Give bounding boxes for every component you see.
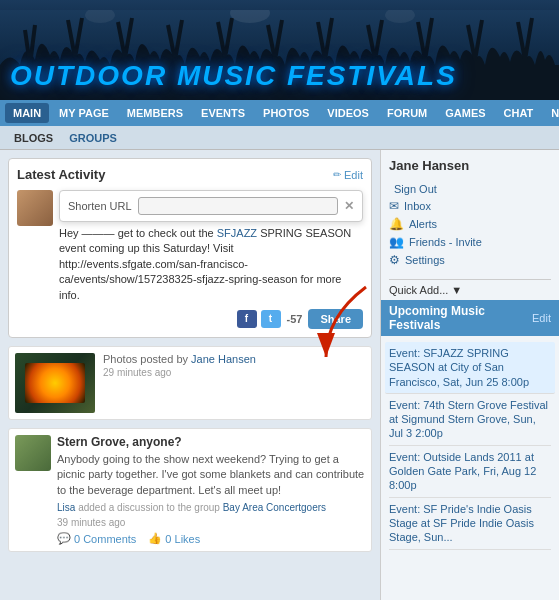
post-time: 39 minutes ago (57, 517, 365, 528)
sidebar-username: Jane Hansen (389, 158, 551, 173)
inbox-link[interactable]: ✉ Inbox (389, 197, 551, 215)
twitter-share-button[interactable]: t (261, 310, 281, 328)
comments-link[interactable]: 💬 0 Comments (57, 532, 136, 545)
text-post: Stern Grove, anyone? Anybody going to th… (8, 428, 372, 552)
share-count: -57 (287, 313, 303, 325)
alerts-link[interactable]: 🔔 Alerts (389, 215, 551, 233)
avatar-image (17, 190, 53, 226)
edit-icon: ✏ (333, 169, 341, 180)
post-actions: f t -57 Share (59, 309, 363, 329)
post-body: Stern Grove, anyone? Anybody going to th… (57, 435, 365, 545)
post-meta: Lisa added a discussion to the group Bay… (57, 502, 365, 513)
settings-link[interactable]: ⚙ Settings (389, 251, 551, 269)
post-description: Anybody going to the show next weekend? … (57, 452, 365, 498)
friends-link[interactable]: 👥 Friends - Invite (389, 233, 551, 251)
subnav-blogs[interactable]: BLOGS (8, 129, 59, 147)
post-group-link[interactable]: Bay Area Concertgoers (223, 502, 326, 513)
share-button[interactable]: Share (308, 309, 363, 329)
latest-activity-box: Latest Activity ✏ Edit Shorten URL ✕ (8, 158, 372, 338)
nav-games[interactable]: GAMES (437, 103, 493, 123)
upcoming-header: Upcoming Music Festivals Edit (381, 300, 559, 336)
sfjazz-link[interactable]: SFJAZZ (217, 227, 257, 239)
event-item-4[interactable]: Event: SF Pride's Indie Oasis Stage at S… (389, 498, 551, 550)
photo-credit: Photos posted by Jane Hansen (103, 353, 256, 365)
activity-edit-button[interactable]: ✏ Edit (333, 169, 363, 181)
signout-link[interactable]: Sign Out (389, 181, 551, 197)
nav-photos[interactable]: PHOTOS (255, 103, 317, 123)
alerts-icon: 🔔 (389, 217, 404, 231)
upcoming-title: Upcoming Music Festivals (389, 304, 532, 332)
post-area: Shorten URL ✕ Hey ——— get to check out t… (17, 190, 363, 329)
event-item-1[interactable]: Event: SFJAZZ SPRING SEASON at City of S… (385, 342, 555, 394)
post-avatar (15, 435, 51, 471)
nav-notes[interactable]: NOTES (543, 103, 559, 123)
post-avatar-image (15, 435, 51, 471)
nav-main[interactable]: MAIN (5, 103, 49, 123)
likes-link[interactable]: 👍 0 Likes (148, 532, 200, 545)
post-footer: 💬 0 Comments 👍 0 Likes (57, 532, 365, 545)
photo-thumbnail (15, 353, 95, 413)
photo-meta: Photos posted by Jane Hansen 29 minutes … (103, 353, 256, 413)
stage-image (25, 363, 85, 403)
activity-title: Latest Activity (17, 167, 105, 182)
quick-add[interactable]: Quick Add... ▼ (389, 279, 551, 300)
left-column: Latest Activity ✏ Edit Shorten URL ✕ (0, 150, 380, 600)
main-nav: MAIN MY PAGE MEMBERS EVENTS PHOTOS VIDEO… (0, 100, 559, 126)
event-item-2[interactable]: Event: 74th Stern Grove Festival at Sigm… (389, 394, 551, 446)
nav-videos[interactable]: VIDEOS (319, 103, 377, 123)
content-area: Latest Activity ✏ Edit Shorten URL ✕ (0, 150, 559, 600)
shorten-close-button[interactable]: ✕ (344, 199, 354, 213)
shorten-label: Shorten URL (68, 200, 132, 212)
post-text: Hey ——— get to check out the SFJAZZ SPRI… (59, 226, 363, 303)
sub-nav: BLOGS GROUPS (0, 126, 559, 150)
user-avatar (17, 190, 53, 226)
post-content: Shorten URL ✕ Hey ——— get to check out t… (59, 190, 363, 329)
site-header: OUTDOOR MUSIC FESTIVALS (0, 0, 559, 100)
friends-icon: 👥 (389, 235, 404, 249)
facebook-share-button[interactable]: f (237, 310, 257, 328)
activity-header: Latest Activity ✏ Edit (17, 167, 363, 182)
right-column: Jane Hansen Sign Out ✉ Inbox 🔔 Alerts 👥 … (380, 150, 559, 600)
url-shortener-box: Shorten URL ✕ (59, 190, 363, 222)
nav-forum[interactable]: FORUM (379, 103, 435, 123)
inbox-icon: ✉ (389, 199, 399, 213)
nav-events[interactable]: EVENTS (193, 103, 253, 123)
shorten-input[interactable] (138, 197, 338, 215)
nav-members[interactable]: MEMBERS (119, 103, 191, 123)
settings-icon: ⚙ (389, 253, 400, 267)
upcoming-edit-button[interactable]: Edit (532, 312, 551, 324)
nav-chat[interactable]: CHAT (496, 103, 542, 123)
event-item-3[interactable]: Event: Outside Lands 2011 at Golden Gate… (389, 446, 551, 498)
photo-post: Photos posted by Jane Hansen 29 minutes … (8, 346, 372, 420)
post-author-link[interactable]: Lisa (57, 502, 75, 513)
subnav-groups[interactable]: GROUPS (63, 129, 123, 147)
nav-mypage[interactable]: MY PAGE (51, 103, 117, 123)
photo-author-link[interactable]: Jane Hansen (191, 353, 256, 365)
user-links: Sign Out ✉ Inbox 🔔 Alerts 👥 Friends - In… (389, 181, 551, 269)
photo-time: 29 minutes ago (103, 367, 256, 378)
site-title: OUTDOOR MUSIC FESTIVALS (10, 60, 457, 92)
post-title: Stern Grove, anyone? (57, 435, 365, 449)
share-icons: f t (237, 310, 281, 328)
